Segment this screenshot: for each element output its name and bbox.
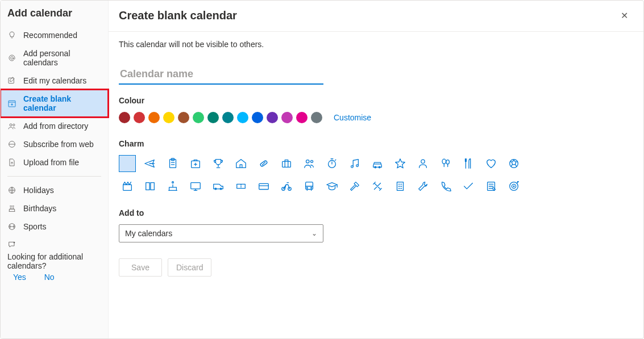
colour-swatch[interactable] — [311, 112, 322, 123]
sidebar-item-upload[interactable]: Upload from file — [1, 153, 108, 171]
charm-music[interactable] — [346, 155, 363, 172]
addto-label: Add to — [119, 208, 633, 217]
discard-button[interactable]: Discard — [168, 258, 211, 277]
charm-pill[interactable] — [255, 155, 272, 172]
globe-minus-icon — [7, 140, 16, 149]
svg-rect-29 — [191, 183, 201, 189]
colour-swatch[interactable] — [296, 112, 308, 123]
charm-cake[interactable] — [164, 178, 181, 195]
customise-link[interactable]: Customise — [334, 113, 371, 122]
colour-swatch[interactable] — [207, 112, 219, 123]
charm-phone[interactable] — [437, 178, 454, 195]
footer-yes-link[interactable]: Yes — [7, 273, 26, 282]
save-button[interactable]: Save — [119, 258, 162, 277]
sidebar-item-label: Add personal calendars — [23, 49, 101, 67]
charm-monitor[interactable] — [187, 178, 204, 195]
sidebar-item-holidays[interactable]: Holidays — [1, 181, 108, 199]
colour-swatch[interactable] — [252, 112, 263, 123]
charm-soccer[interactable] — [505, 155, 522, 172]
calendar-name-input[interactable] — [119, 65, 323, 85]
charm-label: Charm — [119, 139, 633, 148]
svg-point-37 — [311, 187, 312, 189]
sidebar-item-label: Birthdays — [23, 204, 56, 213]
charm-grid — [119, 155, 528, 195]
charm-airplane[interactable] — [142, 155, 159, 172]
colour-swatch[interactable] — [267, 112, 278, 123]
charm-none[interactable] — [119, 155, 136, 172]
colour-swatch[interactable] — [237, 112, 248, 123]
footer-no-link[interactable]: No — [39, 273, 55, 282]
charm-movie[interactable] — [119, 178, 136, 195]
charm-tools[interactable] — [369, 178, 386, 195]
charm-suitcase[interactable] — [278, 155, 295, 172]
sidebar-item-label: Create blank calendar — [23, 94, 101, 112]
charm-target[interactable] — [505, 178, 522, 195]
close-button[interactable]: ✕ — [615, 6, 633, 24]
charm-grad[interactable] — [323, 178, 340, 195]
charm-bus[interactable] — [301, 178, 318, 195]
sidebar: Add calendar Recommended Add personal ca… — [1, 1, 109, 338]
charm-balloons[interactable] — [437, 155, 454, 172]
footer-text-1: Looking for additional — [7, 252, 101, 261]
colour-swatch[interactable] — [178, 112, 189, 123]
sidebar-item-label: Upload from file — [23, 158, 79, 167]
sidebar-item-create-blank[interactable]: Create blank calendar — [1, 90, 108, 117]
colour-swatch[interactable] — [148, 112, 160, 123]
sidebar-item-subscribe[interactable]: Subscribe from web — [1, 135, 108, 153]
sidebar-item-label: Recommended — [23, 31, 77, 40]
svg-point-4 — [13, 124, 15, 125]
charm-trophy[interactable] — [210, 155, 227, 172]
sidebar-item-label: Edit my calendars — [23, 76, 86, 85]
sidebar-item-recommended[interactable]: Recommended — [1, 26, 108, 44]
svg-point-24 — [421, 160, 425, 163]
svg-point-7 — [10, 206, 11, 206]
charm-food[interactable] — [460, 155, 477, 172]
addto-value: My calendars — [125, 229, 172, 238]
sidebar-item-personal[interactable]: Add personal calendars — [1, 44, 108, 72]
charm-van[interactable] — [210, 178, 227, 195]
svg-point-3 — [10, 124, 12, 126]
addto-select[interactable]: My calendars ⌄ — [119, 224, 323, 242]
upload-icon — [7, 158, 16, 167]
colour-row: Customise — [119, 112, 633, 123]
charm-card[interactable] — [255, 178, 272, 195]
sidebar-item-directory[interactable]: Add from directory — [1, 117, 108, 135]
charm-hammer[interactable] — [346, 178, 363, 195]
sidebar-item-sports[interactable]: Sports — [1, 217, 108, 236]
charm-bike[interactable] — [278, 178, 295, 195]
charm-clipboard[interactable] — [164, 155, 181, 172]
charm-car[interactable] — [369, 155, 386, 172]
charm-home[interactable] — [232, 155, 250, 172]
charm-book[interactable] — [142, 178, 159, 195]
svg-point-25 — [442, 159, 446, 164]
colour-swatch[interactable] — [134, 112, 145, 123]
charm-people[interactable] — [301, 155, 318, 172]
charm-star[interactable] — [392, 155, 409, 172]
close-icon: ✕ — [621, 10, 628, 21]
charm-stopwatch[interactable] — [323, 155, 340, 172]
colour-swatch[interactable] — [222, 112, 234, 123]
sidebar-item-birthdays[interactable]: Birthdays — [1, 199, 108, 217]
colour-swatch[interactable] — [281, 112, 293, 123]
sidebar-item-label: Subscribe from web — [23, 140, 94, 149]
svg-point-0 — [11, 57, 14, 60]
sidebar-item-edit[interactable]: Edit my calendars — [1, 72, 108, 90]
charm-wrench[interactable] — [414, 178, 431, 195]
charm-ticket[interactable] — [232, 178, 250, 195]
svg-point-36 — [306, 187, 308, 189]
sidebar-title: Add calendar — [1, 7, 108, 26]
colour-swatch[interactable] — [163, 112, 174, 123]
calendar-plus-icon — [7, 99, 16, 108]
charm-note-edit[interactable] — [483, 178, 500, 195]
charm-building[interactable] — [392, 178, 409, 195]
charm-medical[interactable] — [187, 155, 204, 172]
sidebar-item-label: Sports — [23, 222, 46, 231]
colour-swatch[interactable] — [119, 112, 130, 123]
charm-heart[interactable] — [483, 155, 500, 172]
colour-swatch[interactable] — [193, 112, 204, 123]
helper-text: This calendar will not be visible to oth… — [119, 40, 633, 49]
charm-check[interactable] — [460, 178, 477, 195]
button-row: Save Discard — [119, 258, 633, 277]
charm-person[interactable] — [414, 155, 431, 172]
globe-icon — [7, 186, 16, 195]
